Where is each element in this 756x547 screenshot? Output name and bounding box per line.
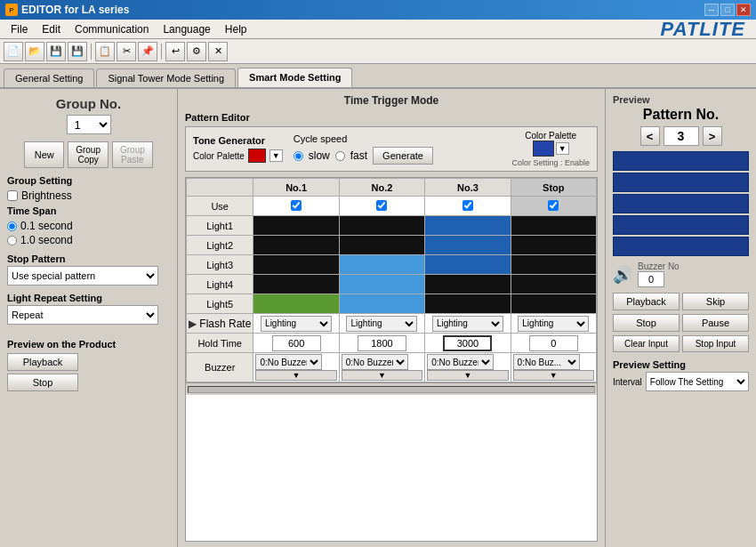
arrow-indicator: ▶ xyxy=(189,318,199,330)
toolbar-open[interactable]: 📂 xyxy=(25,42,44,61)
toolbar-cut[interactable]: ✂ xyxy=(117,42,136,61)
group-no-dropdown[interactable]: 1 xyxy=(67,115,111,134)
cell-light1-no1 xyxy=(253,216,339,236)
row-header-use: Use xyxy=(187,197,253,216)
maximize-button[interactable]: □ xyxy=(720,4,735,16)
minimize-button[interactable]: ─ xyxy=(704,4,719,16)
toolbar-save2[interactable]: 💾 xyxy=(68,42,87,61)
color-palette-dropdown-btn[interactable]: ▼ xyxy=(269,149,283,162)
clear-input-button[interactable]: Clear Input xyxy=(613,335,680,352)
buzzer-stop-expand[interactable]: ▼ xyxy=(513,370,594,381)
patlite-logo: PATLITE xyxy=(661,18,752,41)
toolbar-delete[interactable]: ✕ xyxy=(208,42,228,61)
use-no1-checkbox[interactable] xyxy=(291,200,302,211)
pattern-number: 3 xyxy=(664,126,699,146)
speaker-icon: 🔊 xyxy=(613,265,632,285)
right-panel: Preview Pattern No. < 3 > 🔊 Buzzer No 0 … xyxy=(605,89,756,547)
buzzer-no-value: 0 xyxy=(638,271,664,287)
skip-button[interactable]: Skip xyxy=(682,293,749,310)
menu-language[interactable]: Language xyxy=(156,21,217,37)
flash-rate-no2-select[interactable]: Lighting xyxy=(346,316,417,332)
table-row-buzzer: Buzzer 0:No Buzzer ▼ xyxy=(187,353,597,382)
hold-time-no3-input[interactable]: 3000 xyxy=(443,335,492,351)
radio-10[interactable] xyxy=(7,236,17,245)
buzzer-no3-expand[interactable]: ▼ xyxy=(427,370,508,381)
row-header-light3: Light3 xyxy=(187,255,253,275)
interval-select[interactable]: Follow The Setting xyxy=(646,372,749,391)
buzzer-no-label: Buzzer No xyxy=(638,261,680,271)
flash-rate-no3-select[interactable]: Lighting xyxy=(432,316,503,332)
stop-button[interactable]: Stop xyxy=(7,374,78,391)
menu-communication[interactable]: Communication xyxy=(68,21,156,37)
cell-light2-no3 xyxy=(425,236,511,255)
tower-seg-5 xyxy=(613,237,749,256)
radio-01[interactable] xyxy=(7,221,17,231)
color-palette-right-dropdown-btn[interactable]: ▼ xyxy=(556,142,569,155)
tab-general-setting[interactable]: General Setting xyxy=(4,68,94,87)
buzzer-no1-expand[interactable]: ▼ xyxy=(255,370,336,381)
buzzer-no1-select[interactable]: 0:No Buzzer xyxy=(255,354,322,370)
toolbar-save[interactable]: 💾 xyxy=(46,42,66,61)
use-stop-checkbox[interactable] xyxy=(548,200,559,211)
color-palette-right-label: Color Palette xyxy=(525,131,576,141)
stop-pattern-select[interactable]: Use special pattern xyxy=(7,266,158,286)
cell-buzzer-stop: 0:No Buz... ▼ xyxy=(511,353,596,382)
window-title: EDITOR for LA series xyxy=(21,4,129,16)
flash-rate-no1-select[interactable]: Lighting xyxy=(261,316,332,332)
use-no2-checkbox[interactable] xyxy=(376,200,387,211)
stop-input-button[interactable]: Stop Input xyxy=(682,335,749,352)
row-header-buzzer: Buzzer xyxy=(187,353,253,382)
playback-right-button[interactable]: Playback xyxy=(613,293,680,310)
color-palette-label: Color Palette xyxy=(193,151,245,161)
horizontal-scrollbar[interactable] xyxy=(186,382,597,395)
menu-help[interactable]: Help xyxy=(218,21,254,37)
close-button[interactable]: ✕ xyxy=(736,4,751,16)
group-paste-button[interactable]: GroupPaste xyxy=(112,141,153,168)
cell-light5-no2 xyxy=(339,294,424,314)
menu-edit[interactable]: Edit xyxy=(35,21,68,37)
buzzer-no2-expand[interactable]: ▼ xyxy=(342,370,422,381)
tab-signal-tower[interactable]: Signal Tower Mode Setting xyxy=(96,68,236,87)
new-button[interactable]: New xyxy=(24,141,64,168)
group-copy-button[interactable]: GroupCopy xyxy=(68,141,109,168)
pattern-next-button[interactable]: > xyxy=(703,126,722,146)
pattern-prev-button[interactable]: < xyxy=(640,126,660,146)
cell-hold-no3: 3000 xyxy=(425,334,511,353)
toolbar-paste[interactable]: 📌 xyxy=(138,42,157,61)
use-no3-checkbox[interactable] xyxy=(462,200,473,211)
cell-light4-no3 xyxy=(425,275,511,294)
playback-button[interactable]: Playback xyxy=(7,353,78,371)
buzzer-stop-select[interactable]: 0:No Buz... xyxy=(513,354,580,370)
buzzer-no2-select[interactable]: 0:No Buzzer xyxy=(342,354,408,370)
light-repeat-select[interactable]: Repeat xyxy=(7,305,158,325)
hold-time-no2-input[interactable]: 1800 xyxy=(358,335,406,351)
pause-button[interactable]: Pause xyxy=(682,314,749,332)
toolbar-copy[interactable]: 📋 xyxy=(95,42,115,61)
menu-file[interactable]: File xyxy=(4,21,35,37)
tower-seg-4 xyxy=(613,215,749,235)
generate-button[interactable]: Generate xyxy=(373,147,433,165)
group-no-label: Group No. xyxy=(7,96,170,111)
radio-slow[interactable] xyxy=(294,151,303,161)
tower-seg-1 xyxy=(613,151,749,171)
toolbar-action[interactable]: ⚙ xyxy=(187,42,206,61)
hold-time-stop-input[interactable]: 0 xyxy=(529,335,578,351)
brightness-checkbox[interactable] xyxy=(7,190,18,201)
tab-smart-mode[interactable]: Smart Mode Setting xyxy=(237,68,352,87)
grid-header-stop: Stop xyxy=(511,179,596,197)
brightness-label: Brightness xyxy=(21,189,72,202)
preview-section: Preview on the Product Playback Stop xyxy=(7,339,170,391)
hold-time-no1-input[interactable]: 600 xyxy=(272,335,321,351)
color-palette-box-red xyxy=(248,149,266,163)
cell-light4-no1 xyxy=(253,275,339,294)
cell-buzzer-no3: 0:No Buzzer ▼ xyxy=(425,353,511,382)
radio-fast[interactable] xyxy=(335,151,345,161)
cell-light2-no1 xyxy=(253,236,339,255)
toolbar-undo[interactable]: ↩ xyxy=(165,42,185,61)
stop-right-button[interactable]: Stop xyxy=(613,314,680,332)
buzzer-no3-select[interactable]: 0:No Buzzer xyxy=(427,354,494,370)
toolbar-new[interactable]: 📄 xyxy=(4,42,23,61)
cell-light3-stop xyxy=(511,255,596,275)
cell-light5-no3 xyxy=(425,294,511,314)
flash-rate-stop-select[interactable]: Lighting xyxy=(518,316,589,332)
